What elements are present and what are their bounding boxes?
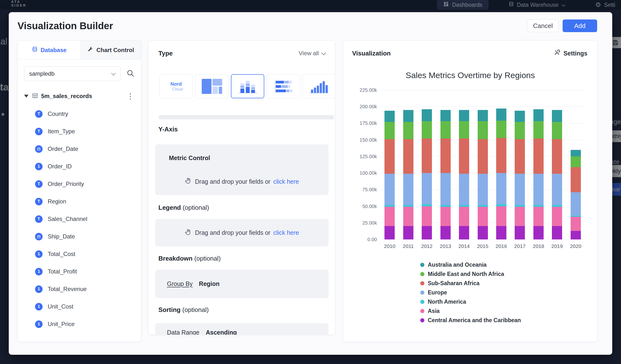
- field-item-country[interactable]: TCountry: [35, 105, 138, 123]
- field-item-item_type[interactable]: TItem_Type: [35, 123, 138, 140]
- field-item-total_revenue[interactable]: 1Total_Revenue: [35, 280, 138, 298]
- bar-segment[interactable]: [496, 121, 506, 138]
- field-item-region[interactable]: TRegion: [35, 193, 138, 210]
- search-icon[interactable]: [126, 69, 135, 78]
- legend-item[interactable]: Asia: [420, 306, 521, 316]
- bar-segment[interactable]: [515, 122, 525, 139]
- legend-click-here-link[interactable]: click here: [273, 229, 299, 236]
- bar-segment[interactable]: [552, 207, 562, 226]
- bar-segment[interactable]: [384, 174, 395, 205]
- bar-segment[interactable]: [552, 110, 562, 122]
- bar-segment[interactable]: [459, 207, 469, 226]
- bar-segment[interactable]: [552, 122, 562, 139]
- bar-segment[interactable]: [478, 139, 488, 174]
- bar-segment[interactable]: [440, 207, 451, 226]
- field-item-order_priority[interactable]: TOrder_Priority: [35, 175, 138, 193]
- bar-segment[interactable]: [552, 226, 562, 240]
- field-item-order_id[interactable]: 1Order_ID: [35, 158, 138, 175]
- bar-segment[interactable]: [440, 205, 451, 207]
- legend-dropzone[interactable]: Drag and drop your fields or click here: [155, 219, 328, 246]
- chart-type-treemap[interactable]: [195, 74, 228, 98]
- bar-segment[interactable]: [459, 110, 469, 121]
- bar-segment[interactable]: [552, 139, 562, 174]
- bar-segment[interactable]: [496, 108, 506, 121]
- sorting-field-label[interactable]: Data Range: [167, 329, 199, 335]
- bar-segment[interactable]: [534, 121, 544, 139]
- bar-segment[interactable]: [422, 204, 432, 206]
- group-by-label[interactable]: Group By: [167, 280, 193, 287]
- bar-2018[interactable]: [534, 109, 544, 240]
- bar-segment[interactable]: [403, 226, 414, 240]
- bar-segment[interactable]: [422, 139, 432, 173]
- metric-control-dropzone[interactable]: Metric Control Drag and drop your fields…: [155, 144, 328, 195]
- bar-segment[interactable]: [496, 226, 506, 240]
- bar-segment[interactable]: [459, 121, 469, 139]
- bar-segment[interactable]: [403, 174, 414, 205]
- bar-segment[interactable]: [384, 139, 395, 174]
- bar-2016[interactable]: [496, 108, 506, 240]
- legend-item[interactable]: Europe: [420, 288, 521, 297]
- bar-segment[interactable]: [571, 217, 581, 231]
- group-by-value[interactable]: Region: [199, 280, 220, 287]
- bar-segment[interactable]: [552, 205, 562, 207]
- field-item-total_cost[interactable]: 1Total_Cost: [35, 245, 138, 263]
- horizontal-scrollbar[interactable]: [158, 115, 334, 120]
- bar-segment[interactable]: [478, 110, 488, 121]
- bar-segment[interactable]: [384, 226, 395, 240]
- bar-segment[interactable]: [384, 122, 395, 139]
- metric-click-here-link[interactable]: click here: [273, 178, 299, 185]
- bar-segment[interactable]: [571, 167, 581, 192]
- bar-segment[interactable]: [440, 173, 451, 205]
- bar-segment[interactable]: [515, 139, 525, 174]
- bar-segment[interactable]: [478, 121, 488, 139]
- bar-segment[interactable]: [496, 138, 506, 173]
- bar-segment[interactable]: [440, 121, 451, 139]
- bar-segment[interactable]: [403, 122, 414, 139]
- database-select[interactable]: sampledb: [24, 67, 121, 81]
- tab-database[interactable]: Database: [18, 41, 81, 59]
- field-item-ship_date[interactable]: Ship_Date: [35, 228, 138, 245]
- bar-segment[interactable]: [571, 192, 581, 216]
- legend-item[interactable]: Middle East and North Africa: [420, 269, 521, 278]
- sorting-value[interactable]: Ascending: [206, 329, 237, 335]
- view-all-button[interactable]: View all: [299, 50, 326, 57]
- bar-2013[interactable]: [440, 110, 451, 240]
- field-item-unit_cost[interactable]: 1Unit_Cost: [35, 298, 138, 315]
- bar-2014[interactable]: [459, 110, 469, 240]
- bar-2017[interactable]: [515, 111, 525, 240]
- bar-segment[interactable]: [571, 150, 581, 156]
- bar-2015[interactable]: [478, 110, 488, 240]
- bar-segment[interactable]: [403, 207, 414, 226]
- bar-segment[interactable]: [534, 109, 544, 121]
- bar-segment[interactable]: [478, 207, 488, 226]
- legend-item[interactable]: Australia and Oceania: [420, 260, 521, 269]
- bar-segment[interactable]: [422, 109, 432, 121]
- legend-item[interactable]: North America: [420, 297, 521, 306]
- bar-segment[interactable]: [515, 207, 525, 226]
- bar-segment[interactable]: [515, 205, 525, 207]
- bar-segment[interactable]: [478, 174, 488, 205]
- bar-segment[interactable]: [459, 139, 469, 174]
- field-item-unit_price[interactable]: 1Unit_Price: [35, 315, 138, 333]
- legend-item[interactable]: Sub-Saharan Africa: [420, 278, 521, 288]
- bar-segment[interactable]: [515, 111, 525, 122]
- bar-segment[interactable]: [459, 205, 469, 207]
- bar-segment[interactable]: [422, 226, 432, 240]
- bar-segment[interactable]: [534, 174, 544, 205]
- bar-segment[interactable]: [515, 174, 525, 205]
- chart-type-column[interactable]: [302, 74, 335, 98]
- tab-chart-control[interactable]: Chart Control: [81, 41, 141, 59]
- viz-settings-button[interactable]: Settings: [554, 49, 587, 57]
- bar-segment[interactable]: [422, 206, 432, 226]
- chart-type-stacked-column[interactable]: [231, 74, 264, 98]
- bar-segment[interactable]: [571, 231, 581, 240]
- bar-segment[interactable]: [515, 226, 525, 240]
- kebab-menu-icon[interactable]: ⋮: [124, 92, 137, 101]
- bar-segment[interactable]: [496, 204, 506, 206]
- bar-segment[interactable]: [384, 111, 395, 122]
- bar-segment[interactable]: [403, 110, 414, 122]
- bar-segment[interactable]: [440, 226, 451, 240]
- bar-segment[interactable]: [384, 207, 395, 226]
- bar-segment[interactable]: [422, 121, 432, 139]
- bar-segment[interactable]: [403, 205, 414, 207]
